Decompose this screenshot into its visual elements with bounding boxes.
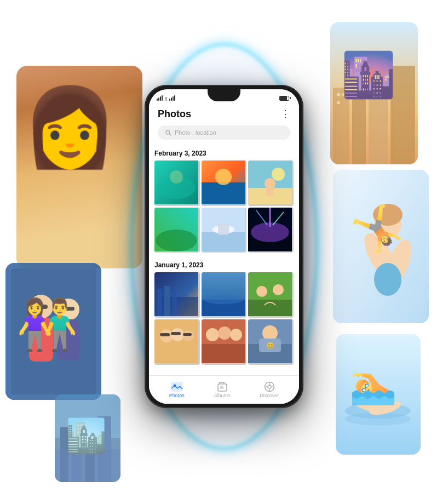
svg-point-11 — [29, 295, 53, 319]
photo-cell[interactable]: 😊 — [248, 319, 294, 365]
photo-cell[interactable] — [248, 208, 294, 253]
bg-card-small-bottom — [55, 394, 120, 482]
photo-cell[interactable] — [202, 160, 247, 206]
date-section-jan: January 1, 2023 — [154, 257, 294, 364]
svg-rect-50 — [202, 182, 245, 204]
svg-rect-87 — [183, 333, 192, 336]
svg-point-37 — [374, 263, 401, 296]
svg-rect-60 — [202, 232, 245, 251]
svg-point-3 — [36, 115, 63, 181]
nav-item-discover[interactable]: Discover — [260, 382, 279, 398]
svg-point-33 — [374, 211, 401, 238]
bg-card-couple — [5, 263, 101, 400]
svg-rect-71 — [157, 289, 162, 316]
svg-point-103 — [268, 385, 271, 388]
svg-rect-81 — [154, 319, 198, 363]
svg-point-76 — [204, 295, 243, 304]
search-placeholder: Photo , location — [175, 129, 216, 136]
discover-nav-icon — [264, 381, 275, 392]
svg-rect-25 — [333, 88, 349, 164]
bg-card-right-mid — [333, 170, 429, 323]
nav-label-discover: Discover — [260, 393, 279, 398]
battery-icon — [279, 96, 289, 101]
search-input[interactable]: Photo , location — [158, 125, 290, 140]
photo-cell[interactable] — [202, 208, 247, 253]
photo-cell[interactable] — [202, 319, 247, 365]
photo-grid-jan: 😊 — [154, 272, 294, 364]
photo-cell[interactable] — [154, 319, 200, 365]
photo-cell[interactable] — [154, 272, 200, 318]
svg-point-51 — [215, 169, 232, 185]
svg-rect-28 — [390, 66, 415, 164]
svg-rect-14 — [58, 319, 79, 360]
svg-point-94 — [262, 325, 278, 341]
photo-scroll-area[interactable]: February 3, 2023 — [149, 145, 299, 375]
app-header: Photos ⋮ — [149, 105, 299, 123]
svg-point-5 — [65, 137, 74, 142]
svg-rect-16 — [62, 307, 74, 311]
svg-point-56 — [265, 178, 275, 189]
svg-rect-12 — [29, 318, 53, 362]
photo-cell[interactable] — [154, 208, 200, 253]
svg-rect-15 — [35, 305, 48, 309]
date-header-feb: February 3, 2023 — [154, 145, 294, 160]
svg-rect-73 — [173, 290, 177, 316]
signal-2 — [169, 95, 175, 101]
svg-point-79 — [256, 286, 267, 297]
svg-rect-10 — [11, 268, 96, 394]
svg-text:😊: 😊 — [266, 341, 274, 349]
svg-point-90 — [218, 326, 231, 340]
svg-rect-27 — [369, 82, 388, 164]
svg-rect-92 — [202, 344, 245, 363]
nav-label-albums: Albums — [214, 393, 230, 398]
svg-rect-26 — [352, 71, 366, 164]
bottom-nav: Photos Albums — [149, 375, 299, 404]
svg-point-1 — [44, 99, 115, 186]
phone: | 10:08 Photos ⋮ — [145, 85, 303, 408]
photo-cell[interactable] — [248, 272, 294, 318]
svg-rect-38 — [336, 334, 421, 455]
more-menu-icon[interactable]: ⋮ — [280, 108, 290, 120]
phone-notch — [208, 89, 240, 101]
svg-rect-101 — [220, 386, 223, 389]
svg-point-8 — [52, 153, 107, 197]
svg-point-54 — [272, 168, 285, 181]
svg-point-89 — [206, 328, 219, 341]
svg-point-4 — [96, 115, 123, 181]
svg-rect-86 — [171, 332, 181, 335]
svg-rect-72 — [164, 286, 170, 316]
albums-nav-icon — [216, 382, 227, 392]
svg-rect-32 — [333, 170, 429, 323]
svg-point-58 — [156, 230, 197, 251]
nav-item-photos[interactable]: Photos — [169, 382, 185, 398]
svg-point-7 — [41, 164, 118, 252]
app-title: Photos — [158, 108, 191, 120]
signal-separator: | — [165, 96, 166, 101]
svg-line-45 — [170, 134, 171, 135]
svg-point-2 — [40, 88, 119, 153]
svg-rect-23 — [55, 449, 120, 482]
date-header-jan: January 1, 2023 — [154, 257, 294, 272]
svg-rect-30 — [342, 93, 346, 96]
svg-point-44 — [166, 130, 170, 134]
svg-point-13 — [58, 299, 79, 320]
svg-point-48 — [170, 170, 183, 184]
svg-point-91 — [230, 329, 242, 341]
date-section-feb: February 3, 2023 — [154, 145, 294, 253]
photo-grid-feb — [154, 160, 294, 253]
svg-rect-62 — [218, 224, 229, 235]
svg-rect-85 — [160, 333, 170, 336]
svg-point-41 — [368, 385, 388, 404]
search-bar: Photo , location — [149, 123, 299, 145]
bg-card-right-top — [330, 22, 418, 164]
svg-point-36 — [373, 204, 403, 226]
svg-rect-29 — [337, 93, 340, 96]
search-icon — [165, 130, 171, 136]
photo-cell[interactable] — [248, 160, 294, 206]
svg-point-80 — [273, 284, 284, 295]
nav-item-albums[interactable]: Albums — [214, 382, 230, 398]
svg-rect-31 — [337, 101, 340, 104]
photo-cell[interactable] — [154, 160, 200, 206]
bg-card-right-bottom — [336, 334, 421, 455]
photo-cell[interactable] — [202, 272, 247, 318]
